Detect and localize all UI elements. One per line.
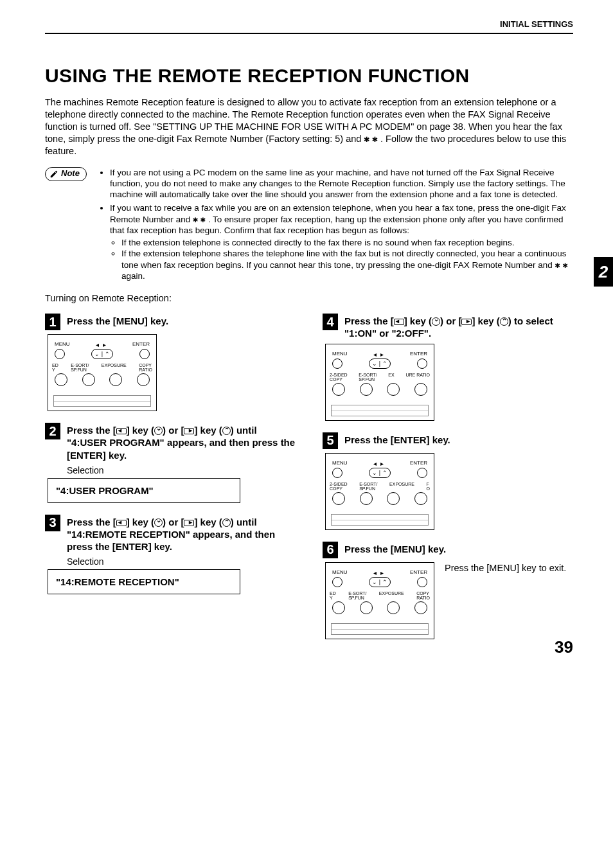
button-icon <box>360 492 373 505</box>
nav-oval-icon: ⌄ | ⌃ <box>369 577 391 587</box>
panel-label: RATIO <box>416 373 430 377</box>
button-icon <box>332 383 345 396</box>
button-icon <box>55 373 67 386</box>
panel-label: SP.FUN <box>348 596 364 600</box>
panel-label: ENTER <box>410 460 427 467</box>
button-icon <box>414 492 427 505</box>
button-icon <box>360 601 373 614</box>
star-icon: ✱ <box>193 214 198 224</box>
section-header: INITIAL SETTINGS <box>45 19 573 29</box>
selection-box: "14:REMOTE RECEPTION" <box>48 569 240 594</box>
page-number: 39 <box>555 637 573 657</box>
up-button-icon <box>222 518 231 527</box>
button-icon <box>417 468 427 478</box>
panel-label: MENU <box>332 351 348 358</box>
right-column: 4 Press the [] key () or [] key () to se… <box>323 314 573 650</box>
arrow-icons: ◂ ▸ <box>373 460 384 467</box>
left-column: 1 Press the [MENU] key. MENU◂ ▸ENTER ⌄ |… <box>45 314 296 650</box>
step-title: Press the [] key () or [] key () to sele… <box>344 315 573 339</box>
note-subitem: If the extension telephone is connected … <box>121 237 573 248</box>
control-panel-illustration: MENU◂ ▸ENTER ⌄ | ⌃ 2-SIDEDCOPYE-SORT/SP.… <box>325 453 434 530</box>
button-icon <box>332 468 342 478</box>
panel-label: ENTER <box>132 341 150 348</box>
panel-label: ENTER <box>410 351 427 358</box>
step-number: 6 <box>323 542 338 558</box>
arrow-icons: ◂ ▸ <box>373 351 384 358</box>
note-badge: Note <box>45 167 87 181</box>
step-number: 1 <box>45 314 60 330</box>
panel-label: E-SORT/ <box>348 591 366 596</box>
button-icon <box>387 601 400 614</box>
button-icon <box>82 373 95 386</box>
subheading: Turning on Remote Reception: <box>45 293 573 303</box>
panel-label: Y <box>330 596 333 600</box>
selection-box: "4:USER PROGRAM" <box>48 478 240 503</box>
button-icon <box>332 601 345 614</box>
selection-label: Selection <box>67 465 296 475</box>
step-text: ] key ( <box>404 315 432 326</box>
down-button-icon <box>154 518 163 527</box>
right-key-icon <box>184 520 194 526</box>
step-text: Press the [ <box>67 517 116 527</box>
step-text: ] key ( <box>194 425 222 436</box>
button-icon <box>332 577 342 587</box>
down-button-icon <box>154 427 163 435</box>
note-item: If you want to receive a fax while you a… <box>110 202 573 281</box>
panel-label: ED <box>52 363 58 368</box>
step-aside-text: Press the [MENU] key to exit. <box>445 562 566 639</box>
lcd-icon <box>53 395 151 407</box>
step-text: ) or [ <box>163 425 184 436</box>
star-icon: ✱ <box>562 260 567 270</box>
step-text: ) or [ <box>163 517 184 527</box>
button-icon <box>137 373 150 386</box>
panel-label: ENTER <box>410 569 427 576</box>
note-block: Note If you are not using a PC modem on … <box>45 167 573 285</box>
button-icon <box>332 359 342 369</box>
note-sublist: If the extension telephone is connected … <box>110 237 573 281</box>
step-title: Press the [] key () or [] key () until "… <box>67 424 296 461</box>
panel-label: SP.FUN <box>71 368 87 372</box>
star-icon: ✱ <box>364 134 369 144</box>
panel-label: SP.FUN <box>359 377 375 382</box>
step-number: 2 <box>45 423 60 439</box>
panel-label: ED <box>330 591 336 596</box>
right-key-icon <box>461 319 472 325</box>
step-3: 3 Press the [] key () or [] key () until… <box>45 515 296 595</box>
panel-label: E-SORT/ <box>71 363 89 368</box>
panel-label: MENU <box>332 460 348 467</box>
selection-label: Selection <box>67 556 296 567</box>
step-5: 5 Press the [ENTER] key. MENU◂ ▸ENTER ⌄ … <box>323 432 573 530</box>
note-label: Note <box>61 168 80 179</box>
step-text: ) or [ <box>440 315 461 326</box>
panel-label: 2-SIDED <box>330 482 348 486</box>
nav-oval-icon: ⌄ | ⌃ <box>369 468 391 478</box>
down-button-icon <box>432 317 440 326</box>
control-panel-illustration: MENU◂ ▸ENTER ⌄ | ⌃ EDYE-SORT/SP.FUNEXPOS… <box>48 334 157 411</box>
nav-oval-icon: ⌄ | ⌃ <box>91 349 113 359</box>
step-number: 3 <box>45 515 60 531</box>
arrow-icons: ◂ ▸ <box>373 569 384 576</box>
note-item: If you are not using a PC modem on the s… <box>110 167 573 200</box>
up-button-icon <box>222 427 231 435</box>
left-key-icon <box>394 319 404 325</box>
pencil-icon <box>49 170 58 179</box>
page-title: USING THE REMOTE RECEPTION FUNCTION <box>45 65 573 87</box>
button-icon <box>55 349 65 359</box>
panel-label: EXPOSURE <box>389 482 414 491</box>
button-icon <box>414 601 427 614</box>
step-text: Press the [ <box>67 425 116 436</box>
chapter-tab: 2 <box>594 257 613 287</box>
panel-label: RATIO <box>139 368 152 372</box>
step-6: 6 Press the [MENU] key. MENU◂ ▸ENTER ⌄ |… <box>323 542 573 639</box>
step-text: ] key ( <box>472 315 499 326</box>
panel-label: MENU <box>55 341 70 348</box>
button-icon <box>109 373 122 386</box>
button-icon <box>387 492 400 505</box>
button-icon <box>360 383 373 396</box>
panel-label: EXPOSURE <box>379 591 404 600</box>
panel-label: SP.FUN <box>359 486 375 491</box>
nav-oval-icon: ⌄ | ⌃ <box>369 359 391 369</box>
arrow-icons: ◂ ▸ <box>96 341 106 348</box>
button-icon <box>414 383 427 396</box>
left-key-icon <box>116 428 127 434</box>
